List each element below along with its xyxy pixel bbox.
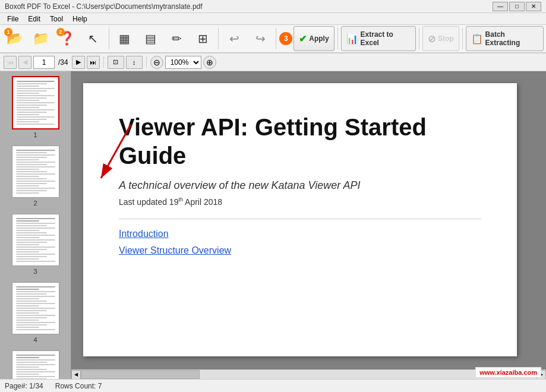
pdf-view: Viewer API: Getting Started Guide A tech… <box>71 71 546 379</box>
toolbar-separator-4 <box>337 28 338 49</box>
thumb-content-4 <box>12 283 59 334</box>
thumb-content-5 <box>12 351 59 379</box>
redo-button[interactable]: ↪ <box>248 26 273 51</box>
menu-edit[interactable]: Edit <box>23 14 45 24</box>
hscroll-thumb[interactable] <box>81 370 200 379</box>
thumbnail-5[interactable]: 5 <box>0 346 71 379</box>
zoom-select[interactable]: 100% 75% 150% 200% <box>165 56 201 69</box>
fit-width-button[interactable]: ↕ <box>126 56 143 69</box>
toolbar-separator-1 <box>109 28 109 49</box>
stop-button[interactable]: ⊘ Stop <box>422 26 459 51</box>
toolbar-separator-2 <box>218 28 219 49</box>
thumbnail-1[interactable]: 1 <box>0 71 71 141</box>
nav-separator-1 <box>103 56 104 68</box>
table2-button[interactable]: ▤ <box>138 26 163 51</box>
thumb-frame-2 <box>12 146 59 198</box>
table-icon: ▦ <box>119 33 130 45</box>
table-button[interactable]: ▦ <box>112 26 137 51</box>
toolbar-separator-3 <box>276 28 276 49</box>
thumb-frame-4 <box>12 282 59 334</box>
open-button[interactable]: 📂 1 <box>2 26 27 51</box>
help-badge: 2 <box>56 28 65 36</box>
page-total: /34 <box>56 58 70 67</box>
edit-icon: ✏ <box>172 33 182 45</box>
toolbar-separator-6 <box>462 28 463 49</box>
thumb-content-3 <box>12 214 59 265</box>
thumb-num-4: 4 <box>33 336 37 343</box>
folder-button[interactable]: 📁 <box>29 26 53 51</box>
pdf-date-sup: th <box>178 197 183 203</box>
layout-icon: ⊞ <box>198 33 208 45</box>
thumb-frame-5 <box>12 350 59 379</box>
hscroll-left-button[interactable]: ◀ <box>71 370 81 380</box>
thumbnail-panel[interactable]: 1 <box>0 71 71 379</box>
window-controls: — □ ✕ <box>493 2 541 11</box>
extract-button[interactable]: 📊 Extract to Excel <box>341 26 416 51</box>
page-input[interactable] <box>33 56 55 69</box>
navbar: ⏮ ◀ /34 ▶ ⏭ ⊡ ↕ ⊖ 100% 75% 150% 200% ⊕ <box>0 53 546 71</box>
close-button[interactable]: ✕ <box>526 2 541 11</box>
zoom-minus-button[interactable]: ⊖ <box>150 56 163 69</box>
main-area: 1 <box>0 71 546 379</box>
maximize-button[interactable]: □ <box>509 2 525 11</box>
watermark-text: www.xiazaiba.com <box>479 369 537 376</box>
stop-icon: ⊘ <box>428 33 435 45</box>
stop-label: Stop <box>438 34 454 43</box>
batch-icon: 📋 <box>471 33 483 45</box>
nav-separator-2 <box>146 56 147 68</box>
fit-page-button[interactable]: ⊡ <box>108 56 124 69</box>
pdf-page: Viewer API: Getting Started Guide A tech… <box>83 83 517 356</box>
thumbnail-3[interactable]: 3 <box>0 209 71 277</box>
menubar: File Edit Tool Help <box>0 13 546 25</box>
minimize-button[interactable]: — <box>493 2 508 11</box>
pdf-subtitle: A technical overview of the new Katana V… <box>119 179 481 192</box>
extract-icon: 📊 <box>346 33 358 45</box>
pdf-date-suffix: April 2018 <box>183 197 222 207</box>
zoom-plus-button[interactable]: ⊕ <box>203 56 216 69</box>
thumb-num-1: 1 <box>33 131 37 138</box>
thumb-content-2 <box>12 146 59 197</box>
page-last-button[interactable]: ⏭ <box>87 56 100 69</box>
undo-icon: ↩ <box>229 33 239 45</box>
pdf-date: Last updated 19th April 2018 <box>119 197 481 207</box>
thumb-frame-3 <box>12 214 59 266</box>
thumb-content-1 <box>13 77 58 128</box>
watermark: www.xiazaiba.com <box>475 367 541 378</box>
edit-button[interactable]: ✏ <box>165 26 190 51</box>
toolbar: 📂 1 📁 ❓ 2 ↖ ▦ ▤ ✏ ⊞ ↩ ↪ 3 ✔ Apply <box>0 25 546 53</box>
batch-button[interactable]: 📋 Batch Extracting <box>466 26 544 51</box>
titlebar: Boxoft PDF To Excel - C:\Users\pc\Docume… <box>0 0 546 13</box>
redo-icon: ↪ <box>255 33 266 45</box>
apply-badge: 3 <box>279 32 292 45</box>
thumbnail-4[interactable]: 4 <box>0 277 71 346</box>
page-next-button[interactable]: ▶ <box>72 56 85 69</box>
thumb-num-2: 2 <box>33 200 37 207</box>
menu-file[interactable]: File <box>2 14 23 24</box>
horizontal-scrollbar[interactable]: ◀ ▶ <box>71 369 546 379</box>
layout-button[interactable]: ⊞ <box>191 26 216 51</box>
table2-icon: ▤ <box>145 33 156 45</box>
thumb-frame-1 <box>12 76 59 129</box>
hscroll-track[interactable] <box>81 370 536 379</box>
page-prev-button[interactable]: ◀ <box>18 56 31 69</box>
batch-label: Batch Extracting <box>485 30 538 47</box>
help-button[interactable]: ❓ 2 <box>55 26 80 51</box>
folder-icon: 📁 <box>33 32 49 45</box>
select-button[interactable]: ↖ <box>81 26 106 51</box>
pdf-date-prefix: Last updated 19 <box>119 197 178 207</box>
rows-count: Rows Count: 7 <box>55 382 102 390</box>
apply-button[interactable]: ✔ Apply <box>293 26 334 51</box>
apply-label: Apply <box>309 34 329 43</box>
pdf-divider <box>119 219 481 219</box>
app-title: Boxoft PDF To Excel - C:\Users\pc\Docume… <box>5 2 203 11</box>
undo-button[interactable]: ↩ <box>222 26 247 51</box>
pdf-link-introduction[interactable]: Introduction <box>119 229 481 239</box>
thumbnail-2[interactable]: 2 <box>0 141 71 209</box>
apply-checkmark-icon: ✔ <box>299 33 307 45</box>
pdf-link-viewer-structure[interactable]: Viewer Structure Overview <box>119 245 481 256</box>
page-first-button[interactable]: ⏮ <box>4 56 17 69</box>
menu-help[interactable]: Help <box>68 14 92 24</box>
menu-tool[interactable]: Tool <box>45 14 68 24</box>
pdf-scroll-area[interactable]: Viewer API: Getting Started Guide A tech… <box>71 71 546 369</box>
pdf-title: Viewer API: Getting Started Guide <box>119 113 481 170</box>
